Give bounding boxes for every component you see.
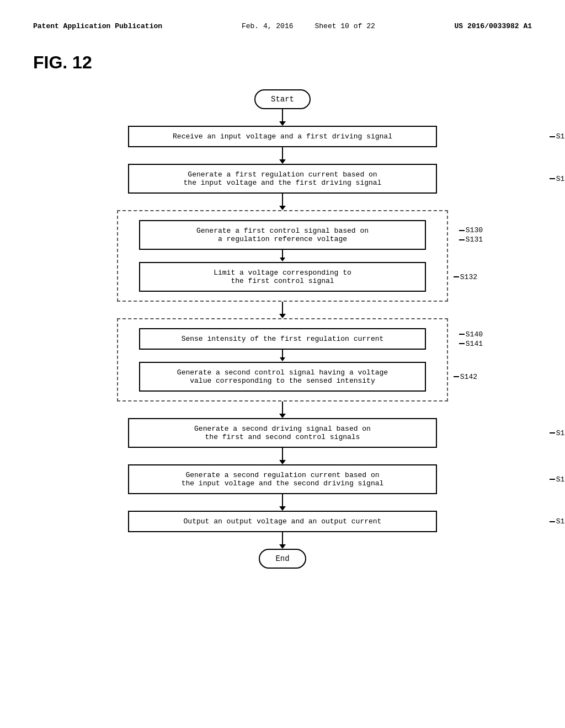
header-date: Feb. 4, 2016 [242,22,294,30]
step-s120-box: Generate a first regulation current base… [128,164,437,194]
step-s140-text: Sense intensity of the first regulation … [182,335,384,343]
arrow-s170-end [279,532,286,549]
header-publication-label: Patent Application Publication [33,22,162,30]
step-s110-label: S110 [550,132,565,141]
step-s142-row: Generate a second control signal having … [129,362,436,392]
step-s150-text: Generate a second driving signal based o… [194,425,371,441]
step-s150-box: Generate a second driving signal based o… [128,418,437,448]
step-s160-box: Generate a second regulation current bas… [128,464,437,494]
dashed-group-1-wrapper: Generate a first control signal based on… [33,210,532,302]
step-s132-box: Limit a voltage corresponding tothe firs… [139,262,426,292]
step-s120-row: Generate a first regulation current base… [33,164,532,194]
end-node-row: End [33,549,532,569]
step-s120-text: Generate a first regulation current base… [184,170,382,187]
header-date-sheet: Feb. 4, 2016 Sheet 10 of 22 [242,22,375,30]
step-s170-text: Output an output voltage and an output c… [184,517,382,526]
step-s160-text: Generate a second regulation current bas… [182,471,384,488]
step-s130-labels: S130 S131 [459,226,483,244]
arrow-s120-group1 [279,194,286,210]
step-s140-box: Sense intensity of the first regulation … [139,328,426,350]
header-patent-num: US 2016/0033982 A1 [455,22,532,30]
step-s130-text: Generate a first control signal based on… [196,227,369,243]
step-s142-text: Generate a second control signal having … [177,368,388,385]
step-s142-box: Generate a second control signal having … [139,362,426,392]
start-node-row: Start [33,89,532,109]
step-s110-row: Receive an input voltage and a first dri… [33,126,532,147]
step-s110-box: Receive an input voltage and a first dri… [128,126,437,147]
step-s130-row: Generate a first control signal based on… [129,220,436,250]
inner-arrow-s130-s132 [280,250,285,262]
dashed-group-1: Generate a first control signal based on… [117,210,448,302]
page-header: Patent Application Publication Feb. 4, 2… [33,22,532,30]
arrow-s110-s120 [279,147,286,164]
inner-arrow-s140-s142 [280,350,285,362]
step-s150-label: S150 [550,429,565,437]
step-s132-row: Limit a voltage corresponding tothe firs… [129,262,436,292]
step-s160-label: S160 [550,475,565,484]
arrow-group1-group2 [279,302,286,318]
step-s170-row: Output an output voltage and an output c… [33,511,532,532]
end-label: End [275,554,289,563]
start-label: Start [271,95,294,104]
flowchart: Start Receive an input voltage and a fir… [33,89,532,569]
step-s110-text: Receive an input voltage and a first dri… [173,132,392,141]
patent-page: Patent Application Publication Feb. 4, 2… [0,0,565,728]
start-node: Start [254,89,311,109]
step-s140-row: Sense intensity of the first regulation … [129,328,436,350]
step-s160-row: Generate a second regulation current bas… [33,464,532,494]
step-s150-row: Generate a second driving signal based o… [33,418,532,448]
step-s132-label: S132 [454,273,477,281]
step-s132-text: Limit a voltage corresponding tothe firs… [214,269,351,285]
header-sheet: Sheet 10 of 22 [315,22,375,30]
end-node: End [259,549,306,569]
arrow-s150-s160 [279,448,286,464]
dashed-group-2-wrapper: Sense intensity of the first regulation … [33,318,532,402]
step-s120-label: S120 [550,175,565,183]
figure-label: FIG. 12 [33,52,92,73]
step-s170-label: S170 [550,517,565,526]
arrow-group2-s150 [279,402,286,418]
dashed-group-2: Sense intensity of the first regulation … [117,318,448,402]
step-s140-labels: S140 S141 [459,330,483,348]
step-s170-box: Output an output voltage and an output c… [128,511,437,532]
arrow-start-s110 [279,109,286,126]
arrow-s160-s170 [279,494,286,511]
step-s142-label: S142 [454,373,477,381]
step-s130-box: Generate a first control signal based on… [139,220,426,250]
